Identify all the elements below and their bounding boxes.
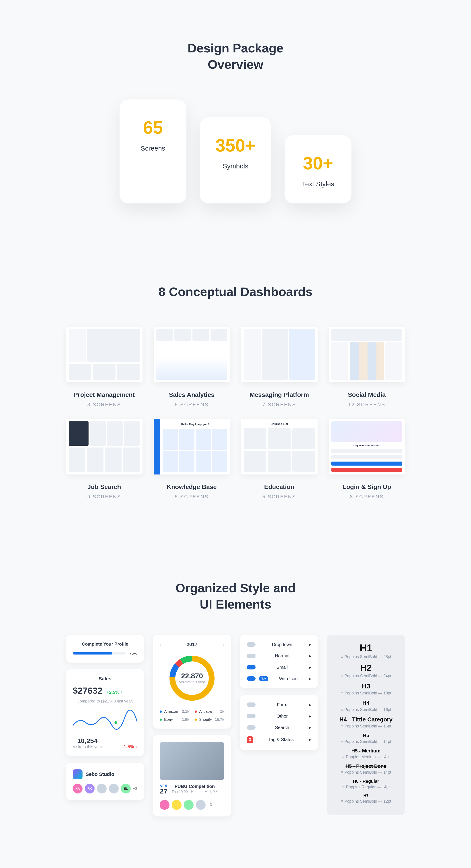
sales-note: Compared to ($21340 last year) [73,699,137,704]
typo-heading: H1 [335,643,398,654]
typo-spec: ≡Poppins SemiBold — 18pt [335,691,398,695]
donut-card: ‹ 2017 › 22.870 Visitors this year [153,635,231,728]
avatar: RK [85,784,95,794]
dashboard-title: Login & Sign Up [329,484,405,491]
avatar [160,800,169,810]
list-icon: ≡ [341,770,343,775]
dashboard-item[interactable]: Messaging Platform7 Screens [241,327,318,408]
list-icon: ≡ [342,785,345,789]
event-card: APR 27 PUBG Competition Thu 10.00 - Hart… [153,735,231,816]
menu-item-icon: 3 [247,736,253,743]
new-badge: New [259,676,268,681]
menu-item[interactable]: 3Tag & Status▶ [244,733,314,746]
typo-spec: ≡Poppins SemiBold — 16pt [335,707,398,712]
dashboard-title: Job Search [66,484,143,491]
menu-item-icon [247,725,256,730]
legend-item: Alibaba1k [195,709,224,714]
menu-item[interactable]: Other▶ [244,711,314,722]
menu-item-label: Tag & Status [257,737,305,742]
stat-label: Symbols [215,162,256,170]
avatar: EL [121,784,131,794]
typo-spec: ≡Poppins SemiBold — 14pt [335,739,398,744]
profile-progress-card: Complete Your Profile 75% [66,635,144,662]
dashboard-item[interactable]: Hello, May I help you?Knowledge Base5 Sc… [154,419,230,500]
event-date: APR 27 [160,784,168,795]
stat-value: 350+ [215,135,256,156]
ui-col-1: Complete Your Profile 75% Sales $27632 +… [66,635,144,816]
menu-item-icon [247,676,256,681]
dashboard-item[interactable]: Project Management8 Screens [66,327,143,408]
menu-item[interactable]: NewWith Icon▶ [244,673,314,684]
menu-item[interactable]: Small▶ [244,662,314,673]
dashboard-sub: 8 Screens [66,402,143,408]
menu-item-icon [247,642,256,647]
dashboard-sub: 9 Screens [66,494,143,500]
typo-heading: H4 - Tittle Category [335,716,398,723]
avatar [172,800,182,810]
dashboard-item[interactable]: Job Search9 Screens [66,419,143,500]
dashboards-grid: Project Management8 ScreensSales Analyti… [44,327,427,500]
menu-item-label: With Icon [272,676,305,681]
legend-item: Amazon2.1k [160,709,189,714]
menu-item-label: Small [259,665,305,670]
typo-heading: H5 - Medium [335,748,398,754]
list-icon: ≡ [341,674,343,678]
chevron-right-icon: ▶ [309,654,311,658]
next-year-icon[interactable]: › [223,642,224,647]
dashboard-item[interactable]: Social Media12 Screens [329,327,405,408]
avatar [109,784,119,794]
typo-spec: ≡Poppins SemiBold — 16pt [335,724,398,728]
list-icon: ≡ [341,707,343,712]
stat-value: 65 [135,117,171,138]
ui-title: Organized Style and UI Elements [0,580,471,613]
typo-heading: H2 [335,663,398,673]
chevron-right-icon: ▶ [309,714,311,718]
stat-label: Text Styles [300,180,336,188]
svg-point-0 [115,721,117,724]
dashboard-title: Sales Analytics [154,391,230,398]
menu-item-label: Search [259,725,305,730]
stat-card-screens: 65 Screens [120,99,186,204]
dashboard-thumb [154,327,230,382]
chevron-right-icon: ▶ [309,738,311,742]
menu-item[interactable]: Form▶ [244,699,314,711]
overview-title: Design Package Overview [0,40,471,73]
typo-spec: ≡Poppins Medium — 14pt [335,755,398,760]
dashboard-sub: 5 Screens [154,494,230,500]
menu-item[interactable]: Search▶ [244,722,314,733]
dashboard-thumb [241,327,318,382]
visitors-value: 10,254 [73,737,102,745]
chevron-right-icon: ▶ [309,725,311,730]
sales-change: +2.5% ↑ [106,690,123,695]
dashboard-item[interactable]: Log In to Your AccountLogin & Sign Up8 S… [329,419,405,500]
dashboard-thumb: Log In to Your Account [329,419,405,474]
sales-value: $27632 [73,686,102,696]
menu-card-1: Dropdown▶Normal▶Small▶NewWith Icon▶ [240,635,318,688]
donut-legend: Amazon2.1kAlibaba1kEbay1.9kShopify15.7k [160,709,224,722]
menu-item-icon [247,714,256,718]
chevron-right-icon: ▶ [309,677,311,681]
dashboard-item[interactable]: Sales Analytics8 Screens [154,327,230,408]
sales-title: Sales [73,676,137,682]
menu-item-label: Form [259,702,305,707]
legend-item: Ebay1.9k [160,717,189,722]
event-month: APR [160,784,168,787]
list-icon: ≡ [341,724,343,728]
dashboard-sub: 8 Screens [329,494,405,500]
menu-item-label: Other [259,714,305,719]
event-sub: Thu 10.00 - Hartono Mall, YK [172,790,218,794]
list-icon: ≡ [341,691,343,695]
typo-heading: H5 - Project Done [335,764,398,769]
chevron-right-icon: ▶ [309,665,311,670]
dashboard-item[interactable]: Courses ListEducation5 Screens [241,419,318,500]
dashboard-sub: 7 Screens [241,402,318,408]
menu-item[interactable]: Normal▶ [244,650,314,662]
list-icon: ≡ [342,755,345,759]
prev-year-icon[interactable]: ‹ [160,642,161,647]
typo-heading: H5 [335,733,398,738]
event-day: 27 [160,787,168,795]
typo-heading: H4 [335,700,398,707]
menu-item[interactable]: Dropdown▶ [244,639,314,650]
dashboard-thumb [66,327,143,382]
dashboard-sub: 12 Screens [329,402,405,408]
